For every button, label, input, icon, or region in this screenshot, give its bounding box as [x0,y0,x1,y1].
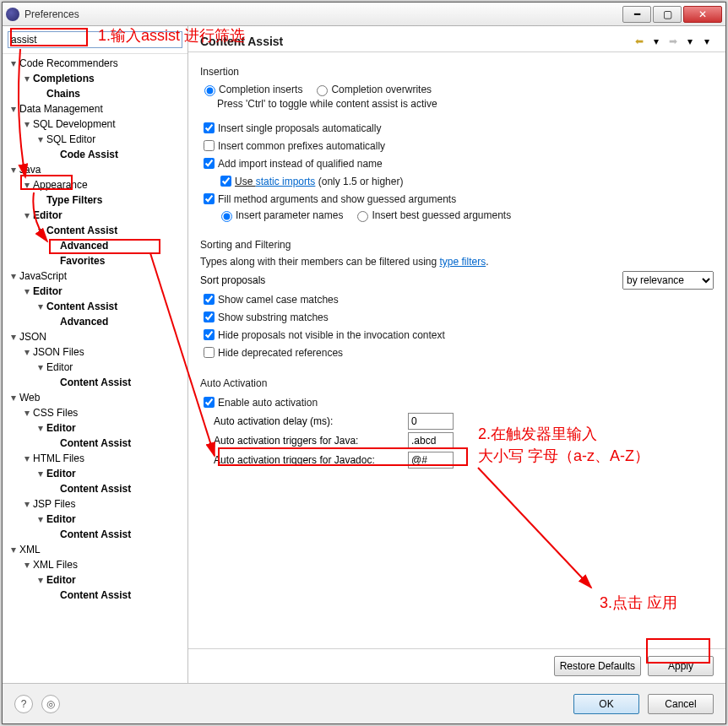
tree-node[interactable]: ▾Editor [6,466,184,481]
auto-java-triggers-label: Auto activation triggers for Java: [214,435,408,447]
ok-button[interactable]: OK [573,694,639,714]
tree-node[interactable]: Content Assist [6,375,184,390]
tree-node[interactable]: ▾Content Assist [6,223,184,238]
import-export-icon[interactable]: ◎ [41,695,60,713]
tree-node[interactable]: Code Assist [6,147,184,162]
apply-button[interactable]: Apply [648,656,714,676]
back-icon[interactable]: ⬅ [633,35,646,48]
expand-icon: ▾ [36,299,45,314]
expand-icon: ▾ [23,451,31,466]
expand-icon: ▾ [36,132,45,147]
tree-node-label: Favorites [58,255,106,267]
tree-node[interactable]: ▾CSS Files [6,405,184,420]
tree-node-label: Data Management [18,103,105,115]
tree-node[interactable]: ▾JSON [6,329,184,344]
left-panel: ▾Code Recommenders▾CompletionsChains▾Dat… [3,26,188,683]
tree-node[interactable]: Advanced [6,314,184,329]
tree-node-label: Java [18,164,42,176]
tree-node[interactable]: ▾Editor [6,360,184,375]
close-button[interactable]: ✕ [683,6,722,23]
hide-deprecated-label: Hide deprecated references [218,347,343,359]
tree-node[interactable]: Content Assist [6,481,184,496]
tree-node[interactable]: ▾Editor [6,420,184,436]
tree-node-label: Content Assist [45,301,119,312]
completion-overwrites-label: Completion overwrites [331,84,432,95]
static-imports-checkbox[interactable] [220,176,231,187]
tree-node-label: CSS Files [31,407,79,419]
cancel-button[interactable]: Cancel [648,694,714,714]
tree-node[interactable]: Content Assist [6,527,184,542]
tree-node-label: XML [18,544,42,555]
expand-icon: ▾ [36,420,45,436]
minimize-button[interactable]: ━ [622,6,651,23]
tree-node[interactable]: ▾JavaScript [6,268,184,284]
tree-node[interactable]: ▾Editor [6,572,184,588]
maximize-button[interactable]: ▢ [653,6,682,23]
tree-node[interactable]: ▾Data Management [6,101,184,116]
tree-node-label: Editor [45,574,78,586]
insertion-hint: Press 'Ctrl' to toggle while content ass… [217,98,437,110]
tree-node[interactable]: Favorites [6,253,184,268]
tree-node[interactable]: ▾Completions [6,71,184,86]
right-panel: Content Assist ⬅ ▾ ➡ ▾ ▾ Insertion Compl… [188,26,725,683]
fill-args-checkbox[interactable] [204,193,215,204]
insert-param-names-label: Insert parameter names [236,209,343,221]
tree-node[interactable]: ▾XML Files [6,557,184,572]
tree-node[interactable]: ▾HTML Files [6,451,184,466]
tree-node[interactable]: Content Assist [6,436,184,451]
view-menu-icon[interactable]: ▾ [700,35,714,48]
hide-proposals-checkbox[interactable] [204,329,215,340]
auto-javadoc-triggers-input[interactable] [408,452,454,469]
back-menu-icon[interactable]: ▾ [649,35,663,48]
tree-node[interactable]: ▾Java [6,162,184,177]
help-icon[interactable]: ? [14,695,33,713]
substring-checkbox[interactable] [204,312,215,322]
static-imports-link[interactable]: static imports [256,176,316,187]
forward-icon[interactable]: ➡ [666,35,680,48]
tree-node[interactable]: ▾Editor [6,512,184,527]
expand-icon: ▾ [9,390,18,405]
hide-deprecated-checkbox[interactable] [204,347,215,358]
camel-case-checkbox[interactable] [204,294,215,305]
tree-node[interactable]: Advanced [6,238,184,253]
auto-java-triggers-input[interactable] [408,432,454,449]
substring-label: Show substring matches [218,312,329,323]
tree-node-label: Code Assist [58,149,120,160]
expand-icon: ▾ [36,512,45,527]
insert-prefix-checkbox[interactable] [204,140,215,151]
tree-node[interactable]: Content Assist [6,588,184,603]
type-filters-link[interactable]: type filters [439,256,486,268]
preferences-tree[interactable]: ▾Code Recommenders▾CompletionsChains▾Dat… [3,53,187,683]
enable-auto-activation-label: Enable auto activation [218,397,318,409]
tree-node-label: Chains [45,88,82,100]
tree-node[interactable]: ▾Code Recommenders [6,56,184,71]
tree-node[interactable]: ▾XML [6,542,184,557]
insert-single-checkbox[interactable] [204,122,215,133]
sort-proposals-select[interactable]: by relevance [622,271,714,290]
enable-auto-activation-checkbox[interactable] [204,397,215,408]
tree-node[interactable]: ▾Editor [6,208,184,223]
tree-node[interactable]: ▾Web [6,390,184,405]
tree-node-label: Editor [45,361,74,373]
insert-best-guessed-radio[interactable] [357,211,368,222]
tree-node[interactable]: Chains [6,86,184,101]
forward-menu-icon[interactable]: ▾ [683,35,697,48]
tree-node[interactable]: ▾SQL Development [6,116,184,132]
tree-node[interactable]: ▾Content Assist [6,299,184,314]
filter-input[interactable] [8,31,182,48]
titlebar: Preferences ━ ▢ ✕ [3,3,725,26]
insert-param-names-radio[interactable] [221,211,232,222]
sorting-hint: Types along with their members can be fi… [200,256,489,268]
add-import-checkbox[interactable] [204,158,215,169]
completion-inserts-radio[interactable] [204,85,215,96]
tree-node[interactable]: ▾Editor [6,284,184,299]
auto-delay-input[interactable] [408,413,454,430]
tree-node[interactable]: ▾Appearance [6,177,184,192]
tree-node[interactable]: ▾JSON Files [6,344,184,360]
completion-overwrites-radio[interactable] [317,85,328,96]
restore-defaults-button[interactable]: Restore Defaults [554,656,641,676]
tree-node[interactable]: Type Filters [6,192,184,208]
tree-node[interactable]: ▾SQL Editor [6,132,184,147]
expand-icon: ▾ [23,116,31,132]
tree-node[interactable]: ▾JSP Files [6,496,184,512]
